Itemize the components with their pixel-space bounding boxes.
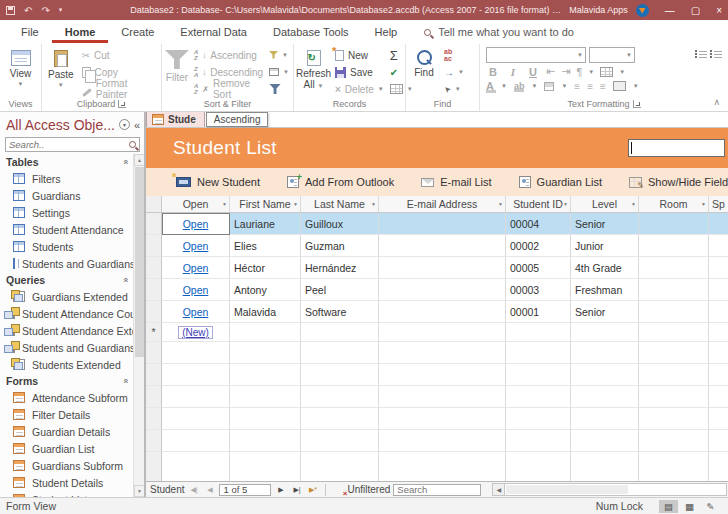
nav-search-box[interactable] <box>5 137 140 152</box>
table-row[interactable]: Open Antony Peel 00003 Freshman <box>146 279 728 301</box>
nav-item-guardians[interactable]: Guardians <box>0 187 132 204</box>
save-record-button[interactable]: Save <box>333 64 386 80</box>
new-blank-record-icon[interactable]: ▶* <box>306 486 319 494</box>
nav-item-guardian-details[interactable]: Guardian Details <box>0 423 132 440</box>
column-dropdown-icon[interactable]: ▼ <box>293 201 298 207</box>
font-name-combo[interactable]: ▼ <box>486 47 586 63</box>
nav-item-guardian-list[interactable]: Guardian List <box>0 440 132 457</box>
email-list-button[interactable]: E-mail List <box>421 176 491 188</box>
column-header-sp[interactable]: Sp <box>709 196 728 213</box>
tell-me-box[interactable]: Tell me what you want to do <box>424 26 574 38</box>
collapse-group-icon[interactable]: « <box>120 159 130 164</box>
tab-create[interactable]: Create <box>108 22 167 43</box>
tab-home[interactable]: Home <box>52 22 109 43</box>
scrollbar-thumb[interactable] <box>506 485 627 494</box>
select-button[interactable]: ➤▼ <box>442 81 466 97</box>
nav-item-student-attendance[interactable]: Student Attendance <box>0 221 132 238</box>
filter-button[interactable]: Filter <box>164 47 190 83</box>
guardian-list-button[interactable]: Guardian List <box>519 176 602 188</box>
new-record-button[interactable]: * New <box>333 47 386 63</box>
tab-help[interactable]: Help <box>362 22 411 43</box>
scroll-left-icon[interactable]: ◀ <box>492 483 505 496</box>
record-search-box[interactable] <box>393 484 481 496</box>
selection-button[interactable]: ▼ <box>267 47 291 63</box>
scrollbar-thumb[interactable] <box>135 167 144 357</box>
datasheet-view-button[interactable]: ▦ <box>680 500 699 513</box>
first-record-icon[interactable]: ◀| <box>187 486 200 494</box>
nav-item-students-extended[interactable]: Students Extended <box>0 356 132 373</box>
gridlines-icon[interactable] <box>600 67 613 77</box>
previous-record-icon[interactable]: ◀ <box>203 486 216 494</box>
align-center-icon[interactable]: ≡ <box>587 81 593 92</box>
record-search-input[interactable] <box>397 484 480 495</box>
decrease-indent-icon[interactable]: ⇤ <box>546 65 555 78</box>
column-dropdown-icon[interactable]: ▼ <box>498 201 503 207</box>
nav-scrollbar[interactable]: ▲ ▼ <box>133 154 144 497</box>
filter-state-icon[interactable]: × <box>332 484 344 495</box>
replace-button[interactable]: abac <box>442 47 466 63</box>
paste-button[interactable]: Paste▼ <box>44 47 78 91</box>
numbering-icon[interactable] <box>710 50 722 60</box>
format-painter-button[interactable]: Format Painter <box>80 81 159 97</box>
text-direction-icon[interactable]: ¶ <box>576 66 582 78</box>
table-row[interactable]: Open Malavida Software 00001 Senior <box>146 301 728 323</box>
scroll-down-icon[interactable]: ▼ <box>134 485 144 497</box>
collapse-group-icon[interactable]: « <box>120 378 130 383</box>
nav-search-input[interactable] <box>9 139 129 150</box>
ascending-button[interactable]: AZ↓ Ascending <box>192 47 265 63</box>
nav-item-student-details[interactable]: Student Details <box>0 474 132 491</box>
background-fill-icon[interactable] <box>544 82 554 91</box>
clipboard-dialog-launcher-icon[interactable] <box>118 100 126 108</box>
open-cell[interactable]: Open <box>162 235 230 257</box>
scrollbar-track[interactable] <box>505 483 727 496</box>
nav-group-header-tables[interactable]: Tables « <box>0 154 132 170</box>
column-dropdown-icon[interactable]: ▼ <box>371 201 376 207</box>
column-header-open[interactable]: Open▼ <box>162 196 230 213</box>
column-dropdown-icon[interactable]: ▼ <box>701 201 706 207</box>
nav-item-student-list[interactable]: Student List <box>0 491 132 497</box>
column-header-student-id[interactable]: Student ID▼ <box>506 196 571 213</box>
align-right-icon[interactable]: ≡ <box>600 81 606 92</box>
goto-button[interactable]: →▼ <box>442 64 466 80</box>
open-cell[interactable]: Open <box>162 213 230 235</box>
increase-indent-icon[interactable]: ⇥ <box>561 65 570 78</box>
open-cell[interactable]: Open <box>162 279 230 301</box>
refresh-all-button[interactable]: ↻ RefreshAll ▼ <box>296 47 331 92</box>
close-button[interactable]: × <box>716 5 722 16</box>
new-record-selector[interactable]: * <box>146 323 162 342</box>
text-formatting-dialog-launcher-icon[interactable] <box>633 100 641 108</box>
collapse-ribbon-icon[interactable]: ∧ <box>713 97 720 107</box>
customize-quick-access-icon[interactable]: ▾ <box>59 6 63 14</box>
nav-item-student-attendance-extended[interactable]: Student Attendance Exten... <box>0 322 132 339</box>
undo-icon[interactable]: ↶ <box>24 5 32 16</box>
nav-item-guardians-extended[interactable]: Guardians Extended <box>0 288 132 305</box>
column-dropdown-icon[interactable]: ▼ <box>222 201 227 207</box>
tab-file[interactable]: File <box>8 22 52 43</box>
next-record-icon[interactable]: ▶ <box>274 486 287 494</box>
last-record-icon[interactable]: ▶| <box>290 486 303 494</box>
tab-database-tools[interactable]: Database Tools <box>260 22 362 43</box>
nav-item-students-and-guardians[interactable]: Students and Guardians <box>0 255 132 272</box>
nav-item-students[interactable]: Students <box>0 238 132 255</box>
show-hide-fields-button[interactable]: Show/Hide Fields <box>629 176 728 188</box>
save-icon[interactable] <box>6 6 15 15</box>
bullets-icon[interactable] <box>695 50 707 60</box>
column-dropdown-icon[interactable]: ▼ <box>563 201 568 207</box>
new-record-cell[interactable]: (New) <box>162 323 230 342</box>
alternate-row-color-icon[interactable] <box>613 81 626 91</box>
row-selector[interactable] <box>146 213 162 235</box>
nav-group-header-queries[interactable]: Queries « <box>0 272 132 288</box>
column-dropdown-icon[interactable]: ▼ <box>631 201 636 207</box>
column-header-first-name[interactable]: First Name▼ <box>230 196 301 213</box>
find-button[interactable]: Find <box>408 47 440 78</box>
select-all-corner[interactable] <box>146 196 162 213</box>
collapse-group-icon[interactable]: « <box>120 277 130 282</box>
column-header-email[interactable]: E-mail Address▼ <box>379 196 506 213</box>
bold-icon[interactable]: B <box>486 66 500 78</box>
remove-sort-button[interactable]: AZ✗ Remove Sort <box>192 81 265 97</box>
filter-state-label[interactable]: Unfiltered <box>347 484 390 495</box>
scroll-up-icon[interactable]: ▲ <box>134 154 144 166</box>
add-from-outlook-button[interactable]: + Add From Outlook <box>287 176 394 188</box>
row-selector[interactable] <box>146 235 162 257</box>
underline-icon[interactable]: U <box>526 66 540 78</box>
